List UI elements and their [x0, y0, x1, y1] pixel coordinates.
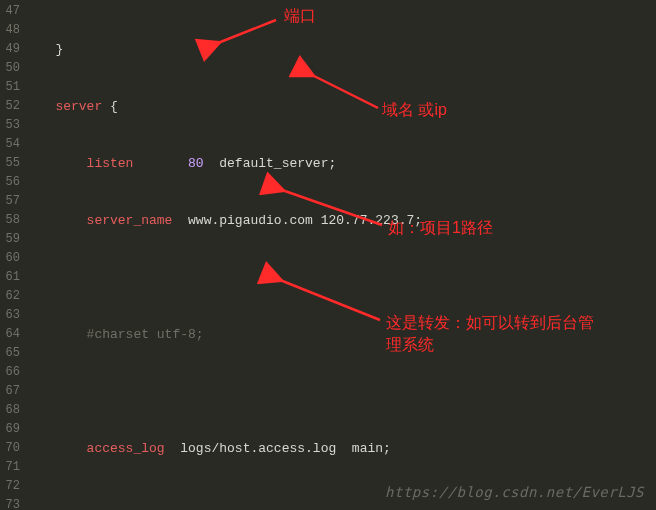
- code-line: [32, 268, 656, 287]
- line-number: 67: [0, 382, 20, 401]
- line-number: 71: [0, 458, 20, 477]
- code-editor: 47 48 49 50 51 52 53 54 55 56 57 58 59 6…: [0, 0, 656, 510]
- line-number: 56: [0, 173, 20, 192]
- line-number: 68: [0, 401, 20, 420]
- code-line: }: [32, 40, 656, 59]
- line-number: 55: [0, 154, 20, 173]
- line-number: 49: [0, 40, 20, 59]
- line-number: 59: [0, 230, 20, 249]
- line-number: 50: [0, 59, 20, 78]
- line-number: 69: [0, 420, 20, 439]
- code-line: [32, 496, 656, 510]
- line-number: 60: [0, 249, 20, 268]
- line-number: 72: [0, 477, 20, 496]
- line-number: 63: [0, 306, 20, 325]
- code-line: server_name www.pigaudio.com 120.77.223.…: [32, 211, 656, 230]
- code-line: [32, 382, 656, 401]
- line-number: 53: [0, 116, 20, 135]
- code-line: #charset utf-8;: [32, 325, 656, 344]
- line-number: 48: [0, 21, 20, 40]
- line-number-gutter: 47 48 49 50 51 52 53 54 55 56 57 58 59 6…: [0, 0, 24, 510]
- line-number: 57: [0, 192, 20, 211]
- line-number: 73: [0, 496, 20, 510]
- line-number: 66: [0, 363, 20, 382]
- line-number: 52: [0, 97, 20, 116]
- line-number: 64: [0, 325, 20, 344]
- line-number: 51: [0, 78, 20, 97]
- line-number: 65: [0, 344, 20, 363]
- line-number: 62: [0, 287, 20, 306]
- line-number: 58: [0, 211, 20, 230]
- line-number: 54: [0, 135, 20, 154]
- code-line: listen 80 default_server;: [32, 154, 656, 173]
- line-number: 47: [0, 2, 20, 21]
- code-area[interactable]: } server { listen 80 default_server; ser…: [24, 0, 656, 510]
- line-number: 70: [0, 439, 20, 458]
- line-number: 61: [0, 268, 20, 287]
- code-line: access_log logs/host.access.log main;: [32, 439, 656, 458]
- code-line: server {: [32, 97, 656, 116]
